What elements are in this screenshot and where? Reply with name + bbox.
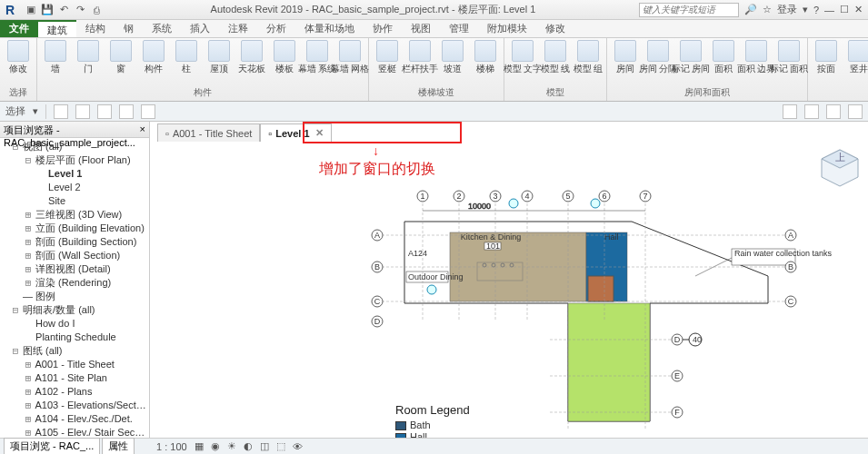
tab-collaborate[interactable]: 协作 (364, 20, 402, 37)
drawing-canvas[interactable]: ▫ A001 - Title Sheet ▫ Level 1 ✕ ↓ 增加了窗口… (150, 122, 868, 438)
tree-node[interactable]: ⊞ 三维视图 (3D View) (2, 208, 147, 222)
tab-annotate[interactable]: 注释 (219, 20, 257, 37)
shadows-icon[interactable]: ◐ (242, 440, 254, 452)
app-menu-icon[interactable]: ▾ (803, 4, 808, 15)
login-button[interactable]: 登录 (777, 3, 797, 16)
redo-icon[interactable]: ↷ (73, 3, 87, 17)
minimize-icon[interactable]: — (824, 5, 834, 15)
tab-steel[interactable]: 钢 (115, 20, 143, 37)
ribbon-button[interactable]: 门 (74, 40, 103, 74)
scale-value[interactable]: 1 : 100 (155, 441, 189, 452)
detail-level-icon[interactable]: ▦ (193, 440, 205, 452)
ribbon-button[interactable]: 栏杆扶手 (405, 40, 434, 74)
tree-node[interactable]: Site (2, 194, 147, 208)
ribbon-button[interactable]: 模型 组 (574, 40, 603, 74)
tree-node[interactable]: Planting Schedule (2, 331, 147, 344)
opt-r3-icon[interactable] (826, 104, 841, 119)
ribbon-button[interactable]: 屋顶 (205, 40, 234, 74)
tree-node[interactable]: ⊞ A104 - Elev./Sec./Det. (2, 412, 147, 426)
tab-modify[interactable]: 修改 (536, 20, 574, 37)
tree-node[interactable]: ⊟ 明细表/数量 (all) (2, 303, 147, 317)
panel-close-icon[interactable]: × (140, 123, 145, 135)
ribbon-button[interactable]: 竖井 (844, 40, 868, 74)
infocenter-icon[interactable]: 🔎 (744, 4, 757, 15)
opt-r2-icon[interactable] (804, 104, 819, 119)
opt-filter-icon[interactable] (54, 104, 68, 119)
print-icon[interactable]: ⎙ (89, 3, 104, 17)
opt-drag-icon[interactable] (141, 104, 155, 119)
help-search-input[interactable] (639, 3, 739, 17)
tab-manage[interactable]: 管理 (440, 20, 478, 37)
tab-file[interactable]: 文件 (0, 20, 38, 37)
ribbon-button[interactable]: 模型 文字 (508, 40, 537, 74)
tree-node[interactable]: Level 2 (2, 181, 147, 194)
ribbon-button[interactable]: 标记 面积 (774, 40, 803, 74)
project-browser-tree[interactable]: ⊟ 视图 (all)⊟ 楼层平面 (Floor Plan) Level 1 Le… (0, 138, 149, 438)
visual-style-icon[interactable]: ◉ (209, 440, 222, 452)
ribbon-button[interactable]: 楼板 (270, 40, 299, 74)
save-icon[interactable]: 💾 (40, 3, 55, 17)
ribbon-button[interactable]: 楼梯 (471, 40, 500, 74)
doctab-level1[interactable]: ▫ Level 1 ✕ (260, 123, 331, 142)
tree-node[interactable]: ⊞ A001 - Title Sheet (2, 358, 147, 371)
tree-node[interactable]: ⊟ 楼层平面 (Floor Plan) (2, 153, 147, 167)
tab-view[interactable]: 视图 (402, 20, 440, 37)
doctab-title-sheet[interactable]: ▫ A001 - Title Sheet (157, 123, 260, 142)
help-icon[interactable]: ? (813, 5, 819, 15)
tree-node[interactable]: ⊞ 立面 (Building Elevation) (2, 222, 147, 235)
opt-r4-icon[interactable] (848, 104, 863, 119)
ribbon-button[interactable]: 按面 (812, 40, 841, 74)
tree-node[interactable]: ⊞ 剖面 (Building Section) (2, 235, 147, 249)
close-icon[interactable]: ✕ (854, 4, 863, 15)
tree-node[interactable]: ⊞ 剖面 (Wall Section) (2, 249, 147, 262)
undo-icon[interactable]: ↶ (56, 3, 71, 17)
ribbon-button[interactable]: 房间 (611, 40, 640, 74)
ribbon-button[interactable]: 墙 (41, 40, 70, 74)
ribbon-button[interactable]: 坡道 (438, 40, 467, 74)
tab-analyze[interactable]: 分析 (257, 20, 295, 37)
ribbon-button[interactable]: 幕墙 网格 (335, 40, 364, 74)
opt-r1-icon[interactable] (783, 104, 797, 119)
doctab-close-icon[interactable]: ✕ (314, 127, 324, 139)
tab-systems[interactable]: 系统 (143, 20, 181, 37)
tree-node[interactable]: ⊟ 图纸 (all) (2, 344, 147, 358)
ribbon-button[interactable]: 窗 (106, 40, 135, 74)
status-tab-browser[interactable]: 项目浏览 - RAC_... (4, 438, 100, 454)
tab-insert[interactable]: 插入 (181, 20, 219, 37)
status-tab-properties[interactable]: 属性 (102, 438, 135, 454)
tree-node[interactable]: — 图例 (2, 290, 147, 303)
tree-node[interactable]: Level 1 (2, 167, 147, 181)
ribbon-button[interactable]: 标记 房间 (676, 40, 705, 74)
sun-path-icon[interactable]: ☀ (225, 440, 238, 452)
ribbon-button[interactable]: 修改 (4, 40, 33, 74)
select-dropdown-icon[interactable]: ▾ (33, 105, 38, 117)
tree-node[interactable]: ⊞ A105 - Elev./ Stair Sections (2, 426, 147, 438)
open-icon[interactable]: ▣ (24, 3, 38, 17)
tab-addins[interactable]: 附加模块 (478, 20, 536, 37)
floor-plan-drawing[interactable]: Outdoor Dining A124 Kitchen & Dining 101… (332, 185, 841, 430)
tree-node[interactable]: ⊞ 渲染 (Rendering) (2, 276, 147, 290)
view-cube[interactable]: 上 (817, 145, 863, 191)
tree-node[interactable]: ⊞ A101 - Site Plan (2, 371, 147, 385)
tree-node[interactable]: How do I (2, 317, 147, 331)
ribbon-button[interactable]: 构件 (139, 40, 168, 74)
ribbon-button[interactable]: 面积 边界 (742, 40, 771, 74)
crop-icon[interactable]: ◫ (258, 440, 271, 452)
ribbon-button[interactable]: 房间 分隔 (644, 40, 673, 74)
hide-icon[interactable]: 👁 (291, 441, 304, 452)
crop-region-icon[interactable]: ⬚ (274, 440, 287, 452)
ribbon-button[interactable]: 天花板 (237, 40, 266, 74)
maximize-icon[interactable]: ☐ (840, 4, 849, 15)
tree-node[interactable]: ⊞ A102 - Plans (2, 385, 147, 399)
favorite-icon[interactable]: ☆ (763, 4, 772, 15)
ribbon-button[interactable]: 竖梃 (373, 40, 402, 74)
ribbon-button[interactable]: 面积 (709, 40, 738, 74)
opt-link-icon[interactable] (75, 104, 90, 119)
ribbon-button[interactable]: 幕墙 系统 (303, 40, 332, 74)
tab-structure[interactable]: 结构 (76, 20, 115, 37)
opt-temp-icon[interactable] (119, 104, 134, 119)
ribbon-button[interactable]: 柱 (172, 40, 201, 74)
opt-pin-icon[interactable] (97, 104, 112, 119)
tree-node[interactable]: ⊞ A103 - Elevations/Sections (2, 399, 147, 412)
ribbon-button[interactable]: 模型 线 (541, 40, 570, 74)
